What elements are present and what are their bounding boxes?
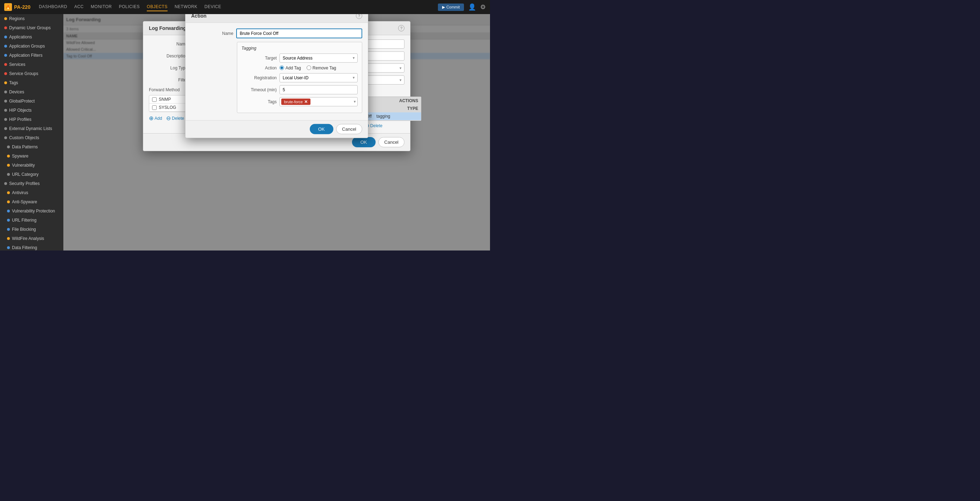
service-groups-icon (4, 72, 7, 75)
sidebar-item-devices[interactable]: Devices (0, 88, 64, 97)
url-category-icon (7, 173, 10, 176)
syslog-checkbox[interactable] (152, 105, 157, 110)
remove-tag-radio[interactable] (307, 65, 311, 70)
antivirus-icon (7, 191, 10, 194)
sidebar-item-globalprotect[interactable]: GlobalProtect (0, 97, 64, 106)
name-label: Name (149, 41, 188, 46)
url-filtering-icon (7, 219, 10, 222)
actions-type-col: ACTIONS (399, 98, 418, 103)
action-name-row: Name (191, 28, 362, 38)
edl-icon (4, 127, 7, 130)
data-patterns-icon (7, 145, 10, 148)
security-profiles-icon (4, 182, 7, 185)
tagging-timeout-input[interactable] (280, 85, 358, 94)
sidebar-item-data-patterns[interactable]: Data Patterns (0, 142, 64, 152)
hip-objects-icon (4, 109, 7, 112)
tagging-action-row: Action Add Tag Remove Tag (242, 65, 358, 70)
devices-icon (4, 91, 7, 93)
application-filters-icon (4, 54, 7, 57)
tagging-target-row: Target Source Address (242, 53, 358, 62)
applications-icon (4, 35, 7, 38)
nav-right: ▶ Commit 👤 ⚙ (438, 3, 486, 11)
sidebar-item-services[interactable]: Services (0, 60, 64, 69)
action-type: tagging (376, 114, 390, 119)
sidebar-item-dynamic-user-groups[interactable]: Dynamic User Groups (0, 23, 64, 32)
custom-objects-icon (4, 136, 7, 139)
sidebar-item-applications[interactable]: Applications (0, 32, 64, 41)
spyware-icon (7, 155, 10, 158)
tagging-target-label: Target (242, 55, 277, 60)
sidebar-item-service-groups[interactable]: Service Groups (0, 69, 64, 78)
sidebar-item-hip-profiles[interactable]: HIP Profiles (0, 115, 64, 124)
sidebar-item-wildfire-analysis[interactable]: WildFire Analysis (0, 234, 64, 243)
tagging-registration-select-wrapper: Local User-ID (280, 73, 358, 82)
snmp-delete-button[interactable]: ⊖ Delete (166, 115, 184, 121)
brute-force-tag: brute-force ✕ (281, 98, 310, 105)
tagging-tags-input[interactable]: brute-force ✕ ▾ (280, 97, 358, 106)
app-logo: 🔥 PA-220 (4, 3, 30, 11)
hip-profiles-icon (4, 118, 7, 121)
sidebar-item-file-blocking[interactable]: File Blocking (0, 225, 64, 234)
sidebar-item-regions[interactable]: Regions (0, 14, 64, 23)
sidebar-item-spyware[interactable]: Spyware (0, 152, 64, 161)
tagging-tags-row: Tags brute-force ✕ ▾ (242, 97, 358, 106)
nav-dashboard[interactable]: DASHBOARD (39, 3, 67, 11)
tags-icon (4, 81, 7, 84)
sidebar-item-tags[interactable]: Tags (0, 78, 64, 88)
snmp-add-button[interactable]: ⊕ Add (149, 115, 162, 121)
sidebar-item-vulnerability-protection[interactable]: Vulnerability Protection (0, 206, 64, 215)
user-icon[interactable]: 👤 (468, 3, 476, 11)
sidebar-item-vulnerability[interactable]: Vulnerability (0, 161, 64, 170)
nav-objects[interactable]: OBJECTS (147, 3, 167, 11)
action-name-input[interactable] (236, 28, 362, 38)
action-cancel-button[interactable]: Cancel (336, 124, 362, 134)
top-navigation: 🔥 PA-220 DASHBOARD ACC MONITOR POLICIES … (0, 0, 490, 14)
nav-monitor[interactable]: MONITOR (91, 3, 112, 11)
description-label: Description (149, 54, 188, 59)
sidebar: Regions Dynamic User Groups Applications… (0, 14, 64, 250)
tag-text: brute-force (284, 99, 303, 104)
sidebar-item-application-groups[interactable]: Application Groups (0, 41, 64, 51)
add-tag-label: Add Tag (285, 65, 301, 70)
action-dialog-actions: OK Cancel (186, 120, 368, 137)
sidebar-item-url-filtering[interactable]: URL Filtering (0, 215, 64, 225)
tagging-target-select[interactable]: Source Address (280, 53, 358, 62)
services-icon (4, 63, 7, 66)
action-dialog: Action ? Name Tagging (185, 14, 368, 138)
commit-button[interactable]: ▶ Commit (438, 3, 464, 11)
data-filtering-icon (7, 246, 10, 249)
sidebar-item-custom-objects[interactable]: Custom Objects (0, 133, 64, 142)
tagging-timeout-label: Timeout (min) (242, 87, 277, 92)
action-dialog-help-icon[interactable]: ? (356, 14, 362, 19)
remove-tag-radio-label[interactable]: Remove Tag (307, 65, 336, 70)
sidebar-item-external-dynamic-lists[interactable]: External Dynamic Lists (0, 124, 64, 133)
add-tag-radio-label[interactable]: Add Tag (280, 65, 301, 70)
nav-acc[interactable]: ACC (74, 3, 84, 11)
action-ok-button[interactable]: OK (310, 124, 333, 134)
main-layout: Regions Dynamic User Groups Applications… (0, 14, 490, 250)
tag-remove-icon[interactable]: ✕ (304, 99, 308, 104)
tagging-group-title: Tagging (242, 45, 358, 50)
settings-icon[interactable]: ⚙ (480, 3, 486, 11)
sidebar-item-application-filters[interactable]: Application Filters (0, 51, 64, 60)
nav-policies[interactable]: POLICIES (119, 3, 140, 11)
sidebar-item-antivirus[interactable]: Antivirus (0, 188, 64, 197)
snmp-checkbox[interactable] (152, 97, 157, 102)
tagging-tags-label: Tags (242, 99, 277, 104)
file-blocking-icon (7, 228, 10, 231)
nav-network[interactable]: NETWORK (175, 3, 197, 11)
sidebar-item-url-category[interactable]: URL Category (0, 170, 64, 179)
outer-dialog-help-icon[interactable]: ? (398, 25, 404, 31)
nav-items: DASHBOARD ACC MONITOR POLICIES OBJECTS N… (39, 3, 430, 11)
sidebar-item-data-filtering[interactable]: Data Filtering (0, 243, 64, 250)
tagging-registration-select[interactable]: Local User-ID (280, 73, 358, 82)
add-tag-radio[interactable] (280, 65, 284, 70)
outer-ok-button[interactable]: OK (352, 137, 375, 147)
outer-cancel-button[interactable]: Cancel (379, 137, 404, 147)
sidebar-item-anti-spyware[interactable]: Anti-Spyware (0, 197, 64, 206)
sidebar-item-security-profiles[interactable]: Security Profiles (0, 179, 64, 188)
nav-device[interactable]: DEVICE (205, 3, 221, 11)
log-type-label: Log Type (149, 65, 188, 70)
tagging-action-label: Action (242, 65, 277, 70)
sidebar-item-hip-objects[interactable]: HIP Objects (0, 106, 64, 115)
